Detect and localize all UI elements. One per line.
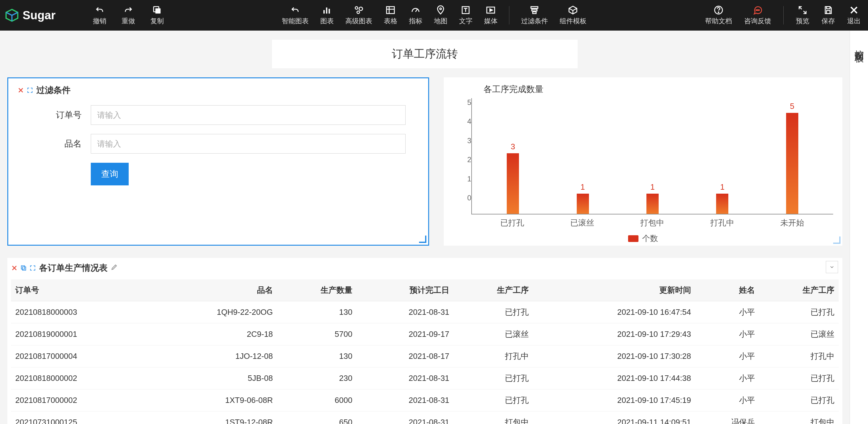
table-panel-header: 各订单生产情况表 bbox=[11, 262, 839, 274]
filter-panel-header: 过滤条件 bbox=[18, 84, 419, 96]
redo-icon bbox=[123, 5, 133, 15]
table-header-cell[interactable]: 生产数量 bbox=[277, 279, 357, 301]
table-cell: 5JB-08 bbox=[150, 367, 277, 390]
table-cell: 2021-08-31 bbox=[357, 390, 454, 412]
duplicate-icon[interactable] bbox=[20, 264, 27, 271]
table-row[interactable]: 202108180000031QH9-22-20OG1302021-08-31已… bbox=[11, 301, 839, 323]
chart-bar[interactable]: 1 bbox=[715, 182, 730, 214]
y-tick: 1 bbox=[467, 175, 471, 183]
bar-value-label: 1 bbox=[580, 182, 585, 192]
indicator-button[interactable]: 指标 bbox=[406, 4, 425, 27]
table-cell: 小平 bbox=[695, 345, 759, 367]
adv-chart-button[interactable]: 高级图表 bbox=[343, 4, 375, 27]
order-row: 订单号 bbox=[45, 105, 419, 125]
feedback-button[interactable]: 咨询反馈 bbox=[742, 4, 774, 27]
bar-value-label: 3 bbox=[511, 142, 515, 151]
table-header-cell[interactable]: 生产工序 bbox=[759, 279, 839, 301]
fullscreen-icon[interactable] bbox=[27, 87, 33, 94]
table-header-cell[interactable]: 生产工序 bbox=[454, 279, 533, 301]
template-label: 组件模板 bbox=[560, 17, 587, 26]
order-input[interactable] bbox=[91, 105, 406, 125]
help-label: 帮助文档 bbox=[705, 17, 732, 26]
table-cell: 1QH9-22-20OG bbox=[150, 301, 277, 323]
table-cell: 20210817000002 bbox=[11, 390, 150, 412]
query-button[interactable]: 查询 bbox=[91, 163, 129, 186]
edit-icon[interactable] bbox=[111, 263, 118, 273]
save-icon bbox=[823, 5, 834, 15]
table-row[interactable]: 202108190000012C9-1857002021-09-17已滚丝202… bbox=[11, 323, 839, 345]
table-cell: 已滚丝 bbox=[454, 323, 533, 345]
svg-line-13 bbox=[416, 9, 417, 11]
fullscreen-icon[interactable] bbox=[29, 264, 36, 271]
chart-button[interactable]: 图表 bbox=[318, 4, 336, 27]
table-label: 表格 bbox=[384, 17, 397, 26]
filter-panel[interactable]: 过滤条件 订单号 品名 查询 bbox=[7, 77, 429, 246]
canvas[interactable]: 订单工序流转 过滤条件 订单号 品名 bbox=[0, 31, 850, 424]
table-header-cell[interactable]: 预计完工日 bbox=[357, 279, 454, 301]
text-button[interactable]: 文字 bbox=[457, 4, 475, 27]
chart-bar[interactable]: 3 bbox=[505, 142, 521, 214]
table-cell: 1JO-12-08 bbox=[150, 345, 277, 367]
smart-chart-label: 智能图表 bbox=[282, 17, 309, 26]
page-title-box[interactable]: 订单工序流转 bbox=[272, 40, 578, 68]
indicator-label: 指标 bbox=[409, 17, 423, 26]
table-button[interactable]: 表格 bbox=[381, 4, 400, 27]
table-cell: 1XT9-06-08R bbox=[150, 390, 277, 412]
svg-point-29 bbox=[758, 10, 760, 11]
svg-rect-22 bbox=[533, 12, 536, 14]
top-toolbar: Sugar 撤销 重做 复制 智能图表 图表 bbox=[0, 0, 868, 31]
exit-button[interactable]: 退出 bbox=[845, 4, 863, 27]
table-header-cell[interactable]: 订单号 bbox=[11, 279, 150, 301]
chart-bar[interactable]: 1 bbox=[645, 182, 660, 214]
table-options-dropdown[interactable] bbox=[826, 261, 838, 273]
product-input[interactable] bbox=[91, 134, 406, 153]
table-cell: 打孔中 bbox=[759, 345, 839, 367]
table-header-cell[interactable]: 姓名 bbox=[695, 279, 759, 301]
y-tick: 5 bbox=[467, 98, 471, 107]
control-panel-handle[interactable]: 控制面板 bbox=[850, 31, 868, 424]
map-button[interactable]: 地图 bbox=[432, 4, 450, 27]
resize-handle[interactable] bbox=[419, 235, 426, 243]
delete-icon[interactable] bbox=[18, 87, 24, 94]
svg-point-28 bbox=[757, 10, 758, 11]
y-tick: 0 bbox=[467, 194, 471, 202]
chart-bar[interactable]: 5 bbox=[784, 102, 800, 214]
svg-point-26 bbox=[718, 12, 719, 12]
chart-bar[interactable]: 1 bbox=[575, 182, 590, 214]
table-header-cell[interactable]: 品名 bbox=[150, 279, 277, 301]
chart-panel[interactable]: 各工序完成数量 012345 31115 已打孔已滚丝打包中打孔中未开始 个数 bbox=[444, 77, 842, 246]
bar-rect bbox=[646, 194, 659, 214]
save-button[interactable]: 保存 bbox=[819, 4, 837, 27]
delete-icon[interactable] bbox=[11, 264, 18, 271]
copy-button[interactable]: 复制 bbox=[148, 4, 166, 27]
table-panel[interactable]: 各订单生产情况表 订单号品名生产数量预计完工日生产工序更新时间姓名生产工序 20… bbox=[7, 258, 842, 424]
chart-area: 012345 31115 bbox=[453, 98, 833, 215]
table-cell: 20210817000004 bbox=[11, 345, 150, 367]
resize-handle[interactable] bbox=[833, 236, 840, 244]
table-row[interactable]: 202108170000041JO-12-081302021-08-17打孔中2… bbox=[11, 345, 839, 367]
redo-button[interactable]: 重做 bbox=[119, 4, 137, 27]
table-row[interactable]: 202108170000021XT9-06-08R60002021-08-31已… bbox=[11, 390, 839, 412]
smart-chart-button[interactable]: 智能图表 bbox=[279, 4, 311, 27]
table-header-cell[interactable]: 更新时间 bbox=[533, 279, 695, 301]
undo-button[interactable]: 撤销 bbox=[90, 4, 109, 27]
table-cell: 2021-09-11 14:09:51 bbox=[533, 412, 695, 424]
template-button[interactable]: 组件模板 bbox=[557, 4, 589, 27]
legend-swatch bbox=[628, 235, 639, 242]
chart-x-axis: 已打孔已滚丝打包中打孔中未开始 bbox=[453, 215, 833, 228]
bar-rect bbox=[716, 194, 728, 214]
svg-rect-20 bbox=[531, 7, 538, 8]
table-cell: 20210819000001 bbox=[11, 323, 150, 345]
table-cell: 20210818000002 bbox=[11, 367, 150, 390]
preview-button[interactable]: 预览 bbox=[794, 4, 812, 27]
table-cell: 2021-09-10 17:44:38 bbox=[533, 367, 695, 390]
chart-y-axis: 012345 bbox=[459, 98, 471, 202]
filter-button[interactable]: 过滤条件 bbox=[519, 4, 551, 27]
table-row[interactable]: 202107310001251ST9-12-08R6502021-08-31打包… bbox=[11, 412, 839, 424]
help-button[interactable]: 帮助文档 bbox=[703, 4, 735, 27]
table-cell: 打包中 bbox=[454, 412, 533, 424]
toolbar-left-group: Sugar 撤销 重做 复制 bbox=[5, 4, 166, 27]
copy-label: 复制 bbox=[150, 17, 164, 26]
media-button[interactable]: 媒体 bbox=[482, 4, 500, 27]
table-row[interactable]: 202108180000025JB-082302021-08-31已打孔2021… bbox=[11, 367, 839, 390]
